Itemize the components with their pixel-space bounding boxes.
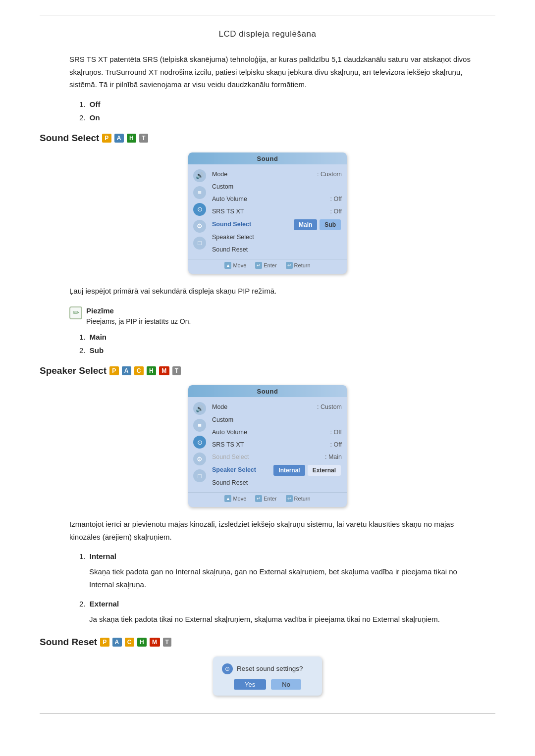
badge-a-1: A (114, 134, 124, 143)
sound-menu-body: 🔊 ≡ ⊙ ⚙ □ Mode : Custom Custom Auto Vo (188, 164, 347, 256)
option-external: External (308, 465, 341, 476)
top-divider (40, 15, 495, 15)
menu-row-srs: SRS TS XT : Off (210, 205, 347, 218)
sound-select-desc: Ļauj iespējot primārā vai sekundārā disp… (69, 285, 476, 298)
icon-settings-2: ⚙ (193, 453, 206, 465)
menu-row-autovolume: Auto Volume : Off (210, 193, 347, 205)
sound-menu-title: Sound (188, 152, 347, 164)
sp-menu-row-srs: SRS TS XT : Off (210, 439, 347, 451)
footer-return: ↩ Return (286, 262, 311, 269)
badge-c-2: C (134, 366, 144, 375)
sp-footer-enter: ↵ Enter (255, 495, 276, 502)
badge-a-2: A (122, 366, 131, 375)
menu-row-soundreset: Sound Reset (210, 244, 347, 256)
speaker-menu-footer: ▲ Move ↵ Enter ↩ Return (188, 492, 347, 503)
badge-m-3: M (150, 638, 160, 647)
sp-menu-row-soundselect: Sound Select : Main (210, 451, 347, 463)
dialog-question: Reset sound settings? (237, 665, 303, 672)
icon-eq-2: ≡ (193, 419, 206, 432)
icon-info: □ (193, 237, 206, 250)
sound-select-menu-box: Sound 🔊 ≡ ⊙ ⚙ □ Mode : Custom Custom (188, 152, 347, 274)
note-content: Piezīme Pieejams, ja PIP ir iestatīts uz… (86, 306, 191, 327)
srs-item-2: 2. On (79, 113, 495, 122)
speaker-select-menu: Sound 🔊 ≡ ⊙ ⚙ □ Mode : Custom Custom (40, 385, 495, 507)
speaker-item-2: 2. External (79, 600, 495, 608)
option-main: Main (294, 219, 317, 230)
sound-menu-items: Mode : Custom Custom Auto Volume : Off S… (210, 167, 347, 256)
menu-row-speakerselect: Speaker Select (210, 231, 347, 244)
badge-p-3: P (100, 638, 109, 647)
icon-info-2: □ (193, 469, 206, 482)
badge-a-3: A (112, 638, 122, 647)
sp-footer-move: ▲ Move (224, 495, 246, 502)
srs-item-1: 1. Off (79, 100, 495, 108)
dialog-yes-button[interactable]: Yes (234, 679, 266, 690)
sp-menu-row-autovolume: Auto Volume : Off (210, 426, 347, 439)
sound-select-item-2: 2. Sub (79, 346, 495, 354)
badge-t-2: T (172, 366, 181, 375)
menu-row-custom: Custom (210, 181, 347, 193)
menu-row-mode: Mode : Custom (210, 168, 347, 181)
sp-menu-row-speakerselect: Speaker Select Internal External (210, 464, 347, 477)
icon-active-2: ⊙ (193, 436, 206, 449)
sound-select-item-1: 1. Main (79, 333, 495, 341)
speaker-menu-body: 🔊 ≡ ⊙ ⚙ □ Mode : Custom Custom Auto Vo (188, 397, 347, 489)
option-sub: Sub (320, 219, 341, 230)
dialog-header: ⊙ Reset sound settings? (222, 663, 313, 674)
option-internal: Internal (273, 465, 305, 476)
page-title: LCD displeja regulēšana (40, 29, 495, 39)
page-container: LCD displeja regulēšana SRS TS XT patent… (0, 0, 535, 734)
badge-h-3: H (137, 638, 147, 647)
speaker-item-1: 1. Internal (79, 552, 495, 560)
icon-eq: ≡ (193, 186, 206, 199)
sound-select-menu: Sound 🔊 ≡ ⊙ ⚙ □ Mode : Custom Custom (40, 152, 495, 274)
speaker-menu-title: Sound (188, 385, 347, 397)
note-icon: ✏ (69, 306, 82, 319)
bottom-divider (40, 713, 495, 714)
icon-sound: 🔊 (193, 169, 206, 182)
intro-text: SRS TS XT patentēta SRS (telpiskā skanēj… (69, 53, 476, 91)
dialog-buttons: Yes No (222, 679, 313, 690)
sound-select-heading: Sound Select P A H T (40, 133, 495, 144)
sound-menu-footer: ▲ Move ↵ Enter ↩ Return (188, 259, 347, 270)
speaker-menu-items: Mode : Custom Custom Auto Volume : Off S… (210, 400, 347, 489)
note-box: ✏ Piezīme Pieejams, ja PIP ir iestatīts … (69, 306, 466, 327)
speaker-select-desc: Izmantojot ierīci ar pievienotu mājas ki… (69, 518, 476, 543)
sp-menu-row-soundreset: Sound Reset (210, 477, 347, 489)
icon-active: ⊙ (193, 203, 206, 216)
speaker-item-2-desc: Ja skaņa tiek padota tikai no External s… (89, 613, 476, 626)
menu-row-soundselect: Sound Select Main Sub (210, 218, 347, 231)
footer-enter: ↵ Enter (255, 262, 276, 269)
speaker-item-1-desc: Skaņa tiek padota gan no Internal skaļru… (89, 565, 476, 591)
sound-reset-heading: Sound Reset P A C H M T (40, 637, 495, 648)
sound-menu-icons: 🔊 ≡ ⊙ ⚙ □ (188, 167, 210, 256)
icon-sound-2: 🔊 (193, 402, 206, 415)
dialog-no-button[interactable]: No (271, 679, 301, 690)
badge-c-3: C (125, 638, 134, 647)
badge-h-2: H (147, 366, 156, 375)
badge-h-1: H (127, 134, 136, 143)
badge-p-1: P (102, 134, 111, 143)
badge-t-1: T (139, 134, 148, 143)
badge-p-2: P (109, 366, 118, 375)
speaker-select-menu-box: Sound 🔊 ≡ ⊙ ⚙ □ Mode : Custom Custom (188, 385, 347, 507)
speaker-select-heading: Speaker Select P A C H M T (40, 365, 495, 376)
badge-t-3: T (163, 638, 172, 647)
sp-footer-return: ↩ Return (286, 495, 311, 502)
sound-reset-dialog-container: ⊙ Reset sound settings? Yes No (40, 656, 495, 696)
sp-menu-row-mode: Mode : Custom (210, 401, 347, 413)
dialog-icon: ⊙ (222, 663, 233, 674)
icon-settings: ⚙ (193, 220, 206, 233)
badge-m-2: M (159, 366, 169, 375)
sp-menu-row-custom: Custom (210, 414, 347, 426)
sound-reset-dialog: ⊙ Reset sound settings? Yes No (213, 656, 322, 696)
footer-move: ▲ Move (224, 262, 246, 269)
speaker-menu-icons: 🔊 ≡ ⊙ ⚙ □ (188, 400, 210, 489)
